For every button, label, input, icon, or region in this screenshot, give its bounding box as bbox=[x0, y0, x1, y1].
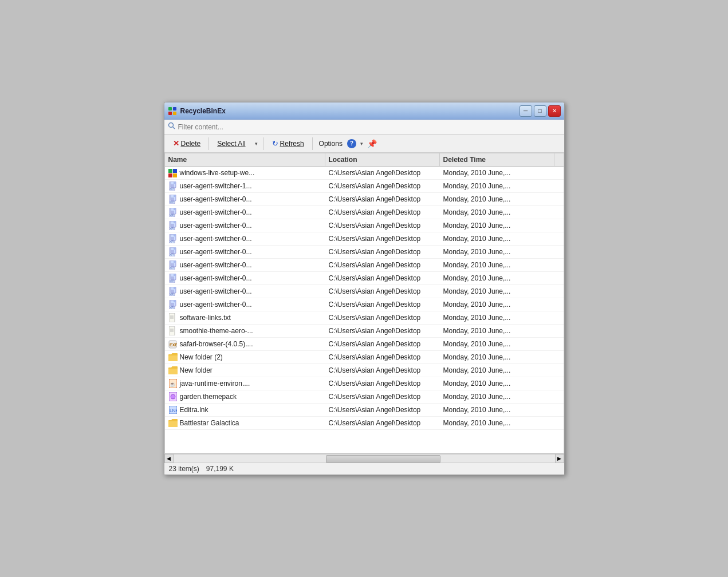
filter-input[interactable] bbox=[178, 123, 293, 131]
cell-name: New folder (2) bbox=[165, 351, 325, 363]
cell-deleted-time: Monday, 2010 June,... bbox=[440, 338, 554, 350]
table-row[interactable]: XPI user-agent-switcher-0... C:\Users\As… bbox=[165, 193, 564, 206]
cell-name: XPI user-agent-switcher-0... bbox=[165, 193, 325, 205]
delete-label: Delete bbox=[181, 140, 201, 148]
file-icon bbox=[168, 366, 178, 375]
scroll-left-button[interactable]: ◀ bbox=[164, 454, 174, 463]
minimize-button[interactable]: ─ bbox=[520, 105, 532, 117]
cell-size: 140 K bbox=[554, 193, 564, 205]
file-icon bbox=[168, 418, 178, 428]
cell-deleted-time: Monday, 2010 June,... bbox=[440, 377, 554, 390]
cell-name: XPI user-agent-switcher-0... bbox=[165, 259, 325, 271]
file-icon: XPI bbox=[168, 247, 178, 256]
cell-name: smoothie-theme-aero-... bbox=[165, 325, 325, 337]
scroll-thumb[interactable] bbox=[326, 455, 440, 463]
table-row[interactable]: XPI user-agent-switcher-0... C:\Users\As… bbox=[165, 246, 564, 259]
cell-deleted-time: Monday, 2010 June,... bbox=[440, 246, 554, 258]
table-row[interactable]: EXE safari-browser-(4.0.5).... C:\Users\… bbox=[165, 338, 564, 351]
cell-size: 113 K bbox=[554, 298, 564, 311]
col-header-name[interactable]: Name bbox=[165, 153, 325, 166]
table-row[interactable]: XPI user-agent-switcher-0... C:\Users\As… bbox=[165, 232, 564, 246]
file-icon: XPI bbox=[168, 221, 178, 230]
table-row[interactable]: software-links.txt C:\Users\Asian Angel\… bbox=[165, 311, 564, 325]
table-row[interactable]: windows-live-setup-we... C:\Users\Asian … bbox=[165, 167, 564, 180]
select-all-dropdown-arrow[interactable]: ▾ bbox=[252, 139, 261, 149]
cell-size: 0 B bbox=[554, 351, 564, 363]
svg-text:XPI: XPI bbox=[170, 200, 174, 204]
cell-location: C:\Users\Asian Angel\Desktop bbox=[325, 285, 440, 298]
cell-deleted-time: Monday, 2010 June,... bbox=[440, 351, 554, 363]
scroll-right-button[interactable]: ▶ bbox=[555, 454, 564, 463]
col-header-size[interactable]: Size bbox=[554, 153, 564, 166]
svg-rect-40 bbox=[174, 234, 176, 236]
options-button[interactable]: Options bbox=[316, 139, 346, 149]
cell-deleted-time: Monday, 2010 June,... bbox=[440, 167, 554, 179]
table-row[interactable]: XPI user-agent-switcher-0... C:\Users\As… bbox=[165, 272, 564, 285]
cell-location: C:\Users\Asian Angel\Desktop bbox=[325, 180, 440, 192]
svg-rect-7 bbox=[173, 169, 177, 173]
options-label: Options bbox=[319, 140, 343, 148]
table-row[interactable]: LNK Editra.lnk C:\Users\Asian Angel\Desk… bbox=[165, 404, 564, 417]
title-bar-left: RecycleBinEx bbox=[168, 106, 226, 116]
table-row[interactable]: garden.themepack C:\Users\Asian Angel\De… bbox=[165, 390, 564, 404]
svg-rect-6 bbox=[168, 169, 172, 173]
horizontal-scrollbar[interactable]: ◀ ▶ bbox=[164, 453, 564, 463]
cell-name: XPI user-agent-switcher-0... bbox=[165, 272, 325, 284]
file-icon: XPI bbox=[168, 260, 178, 270]
cell-location: C:\Users\Asian Angel\Desktop bbox=[325, 404, 440, 416]
table-row[interactable]: XPI user-agent-switcher-0... C:\Users\As… bbox=[165, 259, 564, 272]
file-icon: EXE bbox=[168, 339, 178, 349]
pin-icon[interactable]: 📌 bbox=[367, 139, 377, 148]
status-bar: 23 item(s) 97,199 K bbox=[164, 463, 564, 475]
delete-button[interactable]: ✕ Delete bbox=[168, 137, 206, 150]
table-row[interactable]: New folder C:\Users\Asian Angel\Desktop … bbox=[165, 364, 564, 377]
options-dropdown-arrow[interactable]: ▾ bbox=[357, 139, 366, 149]
table-row[interactable]: XPI user-agent-switcher-0... C:\Users\As… bbox=[165, 285, 564, 298]
file-icon bbox=[168, 392, 178, 401]
file-icon bbox=[168, 313, 178, 322]
cell-size: 122 K bbox=[554, 206, 564, 219]
cell-deleted-time: Monday, 2010 June,... bbox=[440, 311, 554, 324]
title-bar: RecycleBinEx ─ □ ✕ bbox=[164, 102, 564, 120]
table-row[interactable]: XPI user-agent-switcher-0... C:\Users\As… bbox=[165, 219, 564, 232]
refresh-button[interactable]: ↻ Refresh bbox=[267, 137, 309, 150]
help-icon[interactable]: ? bbox=[347, 139, 356, 148]
cell-size: 85 K bbox=[554, 180, 564, 192]
table-row[interactable]: XPI user-agent-switcher-1... C:\Users\As… bbox=[165, 180, 564, 193]
maximize-button[interactable]: □ bbox=[534, 105, 546, 117]
cell-size: 14 K bbox=[554, 325, 564, 337]
table-row[interactable]: Battlestar Galactica C:\Users\Asian Ange… bbox=[165, 417, 564, 430]
close-button[interactable]: ✕ bbox=[548, 105, 561, 117]
table-body[interactable]: windows-live-setup-we... C:\Users\Asian … bbox=[165, 167, 564, 453]
filter-bar bbox=[164, 120, 564, 135]
window-controls: ─ □ ✕ bbox=[520, 105, 561, 117]
cell-size: 1,119 K bbox=[554, 167, 564, 179]
file-icon bbox=[168, 326, 178, 335]
col-header-location[interactable]: Location bbox=[325, 153, 440, 166]
cell-size: 16,142 K bbox=[554, 377, 564, 390]
cell-deleted-time: Monday, 2010 June,... bbox=[440, 193, 554, 205]
table-row[interactable]: ☕ java-runtime-environ.... C:\Users\Asia… bbox=[165, 377, 564, 390]
table-row[interactable]: XPI user-agent-switcher-0... C:\Users\As… bbox=[165, 206, 564, 219]
col-header-deleted-time[interactable]: Deleted Time bbox=[440, 153, 554, 166]
cell-name: EXE safari-browser-(4.0.5).... bbox=[165, 338, 325, 350]
svg-text:XPI: XPI bbox=[170, 253, 174, 256]
cell-deleted-time: Monday, 2010 June,... bbox=[440, 390, 554, 403]
svg-rect-26 bbox=[174, 208, 176, 210]
svg-text:XPI: XPI bbox=[170, 293, 174, 296]
select-all-label: Select All bbox=[217, 140, 245, 148]
table-row[interactable]: XPI user-agent-switcher-0... C:\Users\As… bbox=[165, 298, 564, 311]
table-row[interactable]: smoothie-theme-aero-... C:\Users\Asian A… bbox=[165, 325, 564, 338]
file-icon: LNK bbox=[168, 405, 178, 414]
cell-size: 145 K bbox=[554, 259, 564, 271]
cell-location: C:\Users\Asian Angel\Desktop bbox=[325, 325, 440, 337]
cell-location: C:\Users\Asian Angel\Desktop bbox=[325, 232, 440, 245]
svg-rect-61 bbox=[174, 274, 176, 276]
select-all-button[interactable]: Select All bbox=[212, 137, 250, 150]
svg-line-5 bbox=[172, 127, 175, 129]
table-row[interactable]: New folder (2) C:\Users\Asian Angel\Desk… bbox=[165, 351, 564, 364]
cell-deleted-time: Monday, 2010 June,... bbox=[440, 325, 554, 337]
svg-rect-54 bbox=[174, 260, 176, 263]
cell-name: garden.themepack bbox=[165, 390, 325, 403]
cell-name: New folder bbox=[165, 364, 325, 377]
